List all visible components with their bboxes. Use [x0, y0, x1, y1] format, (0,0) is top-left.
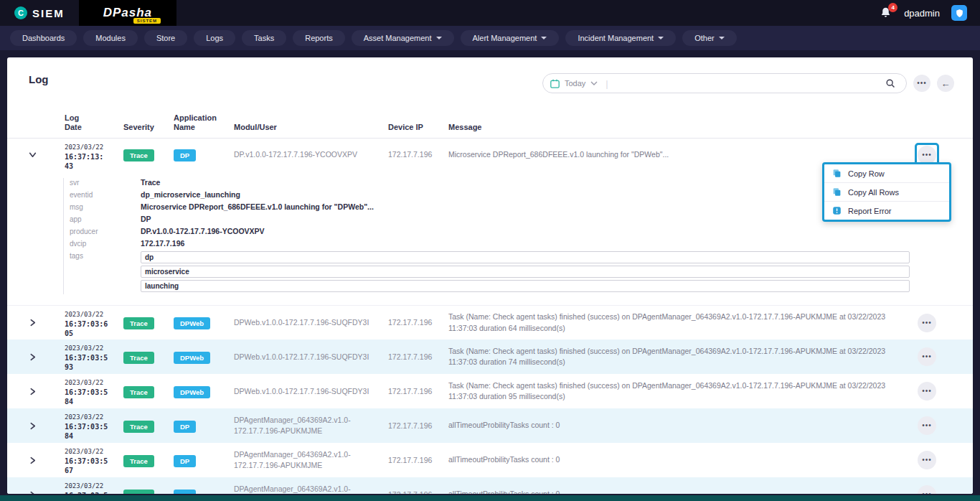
- search-icon: [885, 78, 895, 88]
- module-user-cell: DP.v1.0.0-172.17.7.196-YCOOVXPV: [234, 149, 388, 160]
- detail-field-label: svr: [70, 178, 141, 187]
- nav-item-asset-management[interactable]: Asset Management: [352, 30, 454, 46]
- search-filter-bar[interactable]: Today |: [542, 73, 907, 93]
- date-filter-value[interactable]: Today: [565, 79, 585, 88]
- chevron-right-icon: [29, 388, 37, 395]
- module-user-cell: DPAgentManager_064369A2.v1.0-172.17.7.19…: [234, 484, 388, 494]
- nav-item-incident-management[interactable]: Incident Management: [565, 30, 676, 46]
- severity-badge: Trace: [123, 490, 154, 494]
- collapse-row-button[interactable]: [29, 151, 65, 159]
- sistem-badge: SISTEM: [133, 18, 161, 24]
- page-footer-strip: [0, 495, 980, 501]
- table-row: 2023/03/2216:37:03:567 Trace DP DPAgentM…: [7, 443, 973, 477]
- menu-item-report-error[interactable]: Report Error: [824, 202, 949, 220]
- application-badge: DPWeb: [174, 352, 210, 364]
- severity-badge: Trace: [123, 317, 154, 329]
- chevron-down-icon: [658, 37, 664, 39]
- ellipsis-icon: •••: [922, 388, 932, 395]
- nav-item-dashboards[interactable]: Dashboards: [10, 30, 77, 46]
- ellipsis-icon: •••: [922, 151, 932, 159]
- log-panel: Log Today | ••• ←: [7, 57, 973, 494]
- nav-label: Tasks: [254, 34, 274, 42]
- back-button[interactable]: ←: [937, 75, 954, 92]
- nav-item-modules[interactable]: Modules: [83, 30, 138, 46]
- tag-value: launching: [141, 280, 910, 292]
- table-row: 2023/03/2216:37:03:593 Trace DPWeb DPWeb…: [7, 340, 973, 374]
- row-actions-button[interactable]: •••: [918, 485, 936, 494]
- row-actions-button[interactable]: •••: [918, 382, 936, 401]
- expand-row-button[interactable]: [29, 456, 65, 464]
- row-actions-button[interactable]: •••: [918, 416, 936, 435]
- chevron-down-icon[interactable]: [590, 81, 598, 85]
- application-badge: DP: [174, 149, 196, 161]
- expand-row-button[interactable]: [29, 491, 65, 494]
- security-profile-button[interactable]: [951, 5, 967, 21]
- menu-item-label: Report Error: [848, 207, 892, 215]
- nav-item-reports[interactable]: Reports: [293, 30, 345, 46]
- nav-label: Alert Management: [473, 34, 537, 42]
- device-ip-cell: 172.17.7.196: [388, 317, 448, 328]
- expand-row-button[interactable]: [29, 319, 65, 327]
- ellipsis-icon: •••: [917, 80, 927, 87]
- expand-row-button[interactable]: [29, 353, 65, 361]
- page-title: Log: [29, 73, 49, 85]
- nav-item-other[interactable]: Other: [682, 30, 737, 46]
- top-bar: C SIEM DPasha SISTEM 4 dpadmin: [0, 0, 980, 26]
- severity-badge: Trace: [123, 455, 154, 467]
- log-toolbar: Today | ••• ←: [542, 73, 954, 93]
- calendar-icon: [550, 79, 560, 88]
- detail-field-label: eventid: [70, 190, 141, 199]
- severity-badge: Trace: [123, 352, 154, 364]
- siem-logo-text: SIEM: [32, 7, 65, 19]
- application-cell: DP: [174, 419, 234, 433]
- nav-item-logs[interactable]: Logs: [194, 30, 235, 46]
- row-actions-button[interactable]: •••: [918, 347, 936, 366]
- chevron-right-icon: [29, 456, 37, 464]
- nav-item-store[interactable]: Store: [144, 30, 187, 46]
- copy-icon: [832, 187, 842, 197]
- table-row: 2023/03/2216:37:03:584 Trace DP DPAgentM…: [7, 408, 973, 443]
- nav-label: Incident Management: [578, 34, 654, 42]
- message-cell: allTimeoutProbilityTasks count : 0: [448, 420, 907, 431]
- search-button[interactable]: [882, 75, 899, 92]
- row-actions-button[interactable]: •••: [918, 314, 936, 332]
- ellipsis-icon: •••: [922, 491, 932, 494]
- log-date-cell: 2023/03/2216:37:03:5: [65, 477, 123, 494]
- siem-logo: C SIEM: [0, 6, 79, 19]
- application-badge: DPWeb: [174, 317, 210, 329]
- username-menu[interactable]: dpadmin: [904, 8, 940, 19]
- nav-label: Store: [156, 34, 175, 42]
- notifications-button[interactable]: 4: [880, 6, 892, 19]
- expand-row-button[interactable]: [29, 422, 65, 430]
- nav-label: Other: [694, 34, 715, 42]
- device-ip-cell: 172.17.7.196: [388, 149, 448, 160]
- nav-item-alert-management[interactable]: Alert Management: [461, 30, 560, 46]
- table-row: 2023/03/2216:37:03:584 Trace DPWeb DPWeb…: [7, 374, 973, 408]
- severity-cell: Trace: [123, 316, 174, 329]
- device-ip-cell: 172.17.7.196: [388, 455, 448, 466]
- chevron-right-icon: [29, 491, 37, 494]
- log-date-cell: 2023/03/2216:37:03:584: [65, 408, 123, 443]
- expand-row-button[interactable]: [29, 388, 65, 395]
- search-input[interactable]: [613, 79, 877, 88]
- col-header-module-user: Modul/User: [234, 123, 388, 132]
- dpasha-logo: DPasha SISTEM: [79, 0, 176, 26]
- row-actions-button[interactable]: •••: [918, 146, 936, 164]
- severity-badge: Trace: [123, 386, 154, 398]
- row-actions-button[interactable]: •••: [918, 451, 936, 469]
- application-cell: DP: [174, 454, 234, 467]
- copy-icon: [832, 169, 842, 178]
- menu-item-copy-all-rows[interactable]: Copy All Rows: [824, 183, 949, 202]
- toolbar-more-button[interactable]: •••: [913, 75, 930, 92]
- nav-item-tasks[interactable]: Tasks: [242, 30, 286, 46]
- menu-item-copy-row[interactable]: Copy Row: [824, 164, 949, 183]
- chevron-down-icon: [29, 151, 37, 159]
- application-cell: DPWeb: [174, 316, 234, 329]
- module-user-cell: DPAgentManager_064369A2.v1.0-172.17.7.19…: [234, 449, 388, 471]
- severity-badge: Trace: [123, 149, 154, 161]
- message-cell: Task (Name: Check agent tasks) finished …: [448, 380, 907, 403]
- module-user-cell: DPWeb.v1.0.0-172.17.7.196-SUQFDY3I: [234, 386, 388, 397]
- tag-value: microservice: [141, 266, 910, 278]
- module-user-cell: DPAgentManager_064369A2.v1.0-172.17.7.19…: [234, 415, 388, 436]
- siem-logo-icon: C: [14, 6, 27, 19]
